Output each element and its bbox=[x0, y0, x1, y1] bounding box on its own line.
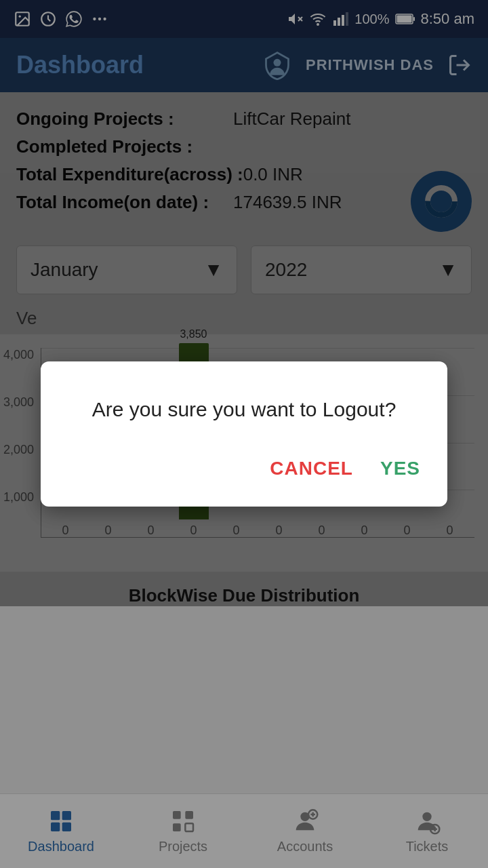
modal-overlay: Are you sure you want to Logout? CANCEL … bbox=[0, 0, 488, 868]
cancel-button[interactable]: CANCEL bbox=[270, 458, 353, 479]
dialog-buttons: CANCEL YES bbox=[68, 458, 420, 479]
logout-dialog: Are you sure you want to Logout? CANCEL … bbox=[41, 361, 447, 507]
dialog-message: Are you sure you want to Logout? bbox=[68, 395, 420, 424]
yes-button[interactable]: YES bbox=[380, 458, 420, 479]
